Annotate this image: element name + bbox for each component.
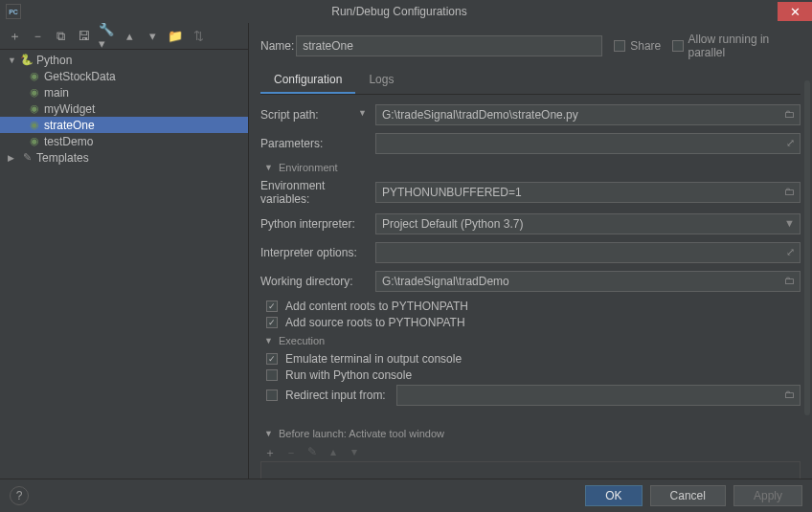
save-config-button[interactable]: 🖫	[77, 30, 90, 43]
tree-label: testDemo	[42, 135, 93, 148]
add-content-roots-checkbox[interactable]	[266, 301, 278, 312]
workdir-value: G:\tradeSignal\tradDemo	[382, 275, 509, 288]
redirect-input-checkbox[interactable]	[266, 390, 278, 401]
window-title: Run/Debug Configurations	[21, 5, 778, 18]
run-config-icon: ◉	[27, 102, 42, 115]
window-close-button[interactable]: ✕	[778, 2, 812, 21]
tree-item-testdemo[interactable]: ◉ testDemo	[0, 133, 248, 149]
title-bar: PC Run/Debug Configurations ✕	[0, 0, 812, 23]
share-checkbox[interactable]	[614, 40, 625, 52]
content-panel: Name: Share Allow running in parallel Co…	[249, 23, 812, 479]
sidebar: ＋ － ⧉ 🖫 🔧▾ ▴ ▾ 📁 ⇅ ▼ 🐍 Python ◉ GetStock…	[0, 23, 249, 479]
section-environment[interactable]: ▼Environment	[264, 162, 801, 173]
before-launch-toolbar: ＋ － ✎ ▴ ▾	[264, 445, 801, 461]
folder-button[interactable]: 📁	[169, 30, 182, 43]
workdir-label: Working directory:	[260, 275, 375, 288]
dialog-footer: ? OK Cancel Apply	[0, 479, 812, 512]
python-icon: 🐍	[19, 54, 34, 66]
script-path-dropdown-icon[interactable]: ▼	[358, 108, 367, 118]
folder-icon[interactable]: 🗀	[784, 186, 795, 197]
tree-node-templates[interactable]: ▶ ✎ Templates	[0, 149, 248, 166]
parameters-input[interactable]	[375, 133, 801, 154]
edit-task-button[interactable]: ✎	[306, 445, 318, 461]
tab-logs[interactable]: Logs	[355, 67, 407, 94]
chevron-down-icon: ▼	[264, 336, 273, 345]
tree-label: Python	[34, 54, 72, 67]
expand-icon[interactable]: ⤢	[786, 246, 795, 258]
chevron-down-icon: ▼	[264, 429, 273, 438]
no-tasks-message: There are no tasks to run before launch	[260, 467, 801, 479]
ok-button[interactable]: OK	[585, 485, 642, 506]
run-config-icon: ◉	[27, 86, 42, 99]
folder-icon[interactable]: 🗀	[784, 389, 795, 400]
tree-item-getstockdata[interactable]: ◉ GetStockData	[0, 68, 248, 84]
add-source-roots-label: Add source roots to PYTHONPATH	[285, 316, 465, 329]
interpreter-value: Project Default (Python 3.7)	[382, 217, 523, 231]
tree-item-main[interactable]: ◉ main	[0, 84, 248, 100]
emulate-terminal-checkbox[interactable]	[266, 353, 278, 365]
add-task-button[interactable]: ＋	[264, 445, 276, 461]
tree-node-python[interactable]: ▼ 🐍 Python	[0, 52, 248, 68]
cancel-button[interactable]: Cancel	[650, 485, 726, 506]
parameters-label: Parameters:	[260, 137, 375, 150]
help-button[interactable]: ?	[10, 486, 29, 505]
run-console-checkbox[interactable]	[266, 369, 278, 381]
workdir-field[interactable]: G:\tradeSignal\tradDemo	[375, 271, 801, 292]
tabs: Configuration Logs	[260, 67, 801, 95]
wrench-button[interactable]: 🔧▾	[100, 30, 113, 43]
chevron-down-icon: ▼	[8, 56, 19, 65]
vertical-scrollbar[interactable]	[804, 80, 810, 415]
folder-icon[interactable]: 🗀	[784, 275, 795, 286]
tree-item-strateone[interactable]: ◉ strateOne	[0, 117, 248, 133]
move-task-down-button[interactable]: ▾	[349, 445, 360, 461]
remove-task-button[interactable]: －	[285, 445, 297, 461]
interpreter-label: Python interpreter:	[260, 217, 375, 231]
tree-label: GetStockData	[42, 70, 116, 83]
env-vars-label: Environment variables:	[260, 179, 375, 206]
allow-parallel-label: Allow running in parallel	[688, 33, 801, 59]
run-console-label: Run with Python console	[285, 368, 412, 382]
allow-parallel-checkbox[interactable]	[672, 40, 683, 52]
interpreter-select[interactable]: Project Default (Python 3.7)	[375, 213, 801, 234]
run-config-icon: ◉	[27, 119, 42, 131]
run-config-icon: ◉	[27, 135, 42, 147]
env-vars-value: PYTHONUNBUFFERED=1	[382, 186, 522, 199]
add-source-roots-checkbox[interactable]	[266, 317, 278, 328]
templates-icon: ✎	[19, 151, 34, 164]
share-label: Share	[630, 39, 661, 53]
name-label: Name:	[260, 39, 296, 53]
tree-item-mywidget[interactable]: ◉ myWidget	[0, 100, 248, 117]
copy-config-button[interactable]: ⧉	[54, 30, 67, 43]
remove-config-button[interactable]: －	[31, 30, 44, 43]
redirect-input-label: Redirect input from:	[285, 389, 389, 402]
tab-configuration[interactable]: Configuration	[260, 67, 355, 94]
tree-label: Templates	[34, 151, 89, 165]
add-config-button[interactable]: ＋	[8, 30, 21, 43]
redirect-input-field[interactable]	[396, 385, 801, 406]
chevron-right-icon: ▶	[8, 153, 19, 163]
tree-label: myWidget	[42, 102, 95, 116]
emulate-terminal-label: Emulate terminal in output console	[285, 352, 462, 366]
app-icon: PC	[6, 4, 21, 19]
folder-icon[interactable]: 🗀	[784, 108, 795, 120]
script-path-field[interactable]: G:\tradeSignal\tradDemo\strateOne.py	[375, 104, 801, 125]
move-task-up-button[interactable]: ▴	[327, 445, 339, 461]
move-down-button[interactable]: ▾	[146, 30, 159, 43]
section-execution[interactable]: ▼Execution	[264, 335, 801, 346]
config-tree: ▼ 🐍 Python ◉ GetStockData ◉ main ◉ myWid…	[0, 50, 248, 167]
interp-options-input[interactable]	[375, 242, 801, 263]
expand-icon[interactable]: ⤢	[786, 137, 795, 149]
apply-button[interactable]: Apply	[733, 485, 802, 506]
script-path-value: G:\tradeSignal\tradDemo\strateOne.py	[382, 108, 578, 122]
add-content-roots-label: Add content roots to PYTHONPATH	[285, 300, 468, 313]
env-vars-field[interactable]: PYTHONUNBUFFERED=1	[375, 182, 801, 203]
tree-label: main	[42, 86, 69, 100]
interp-options-label: Interpreter options:	[260, 246, 375, 259]
chevron-down-icon: ▼	[264, 163, 273, 172]
sort-button[interactable]: ⇅	[192, 30, 205, 43]
section-before-launch[interactable]: ▼Before launch: Activate tool window	[264, 428, 801, 439]
move-up-button[interactable]: ▴	[123, 30, 136, 43]
chevron-down-icon[interactable]: ▼	[784, 217, 795, 229]
sidebar-toolbar: ＋ － ⧉ 🖫 🔧▾ ▴ ▾ 📁 ⇅	[0, 23, 248, 50]
name-input[interactable]	[296, 35, 602, 56]
